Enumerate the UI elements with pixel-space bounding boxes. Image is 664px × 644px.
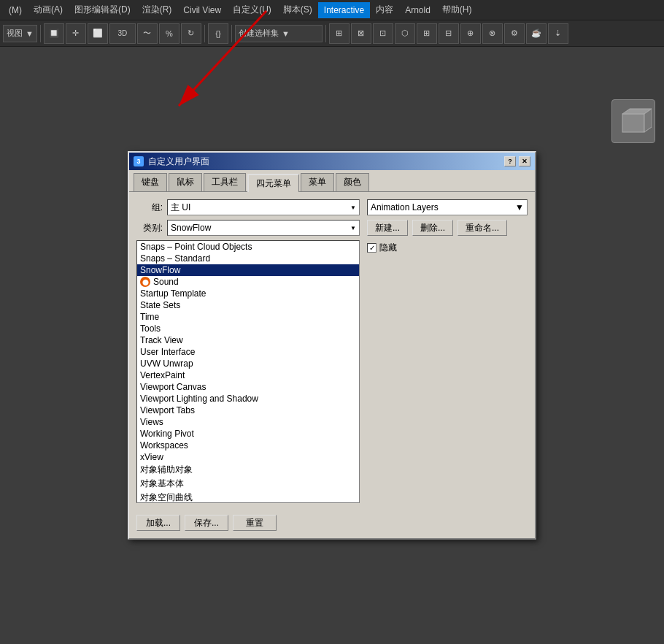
toolbar-btn-snap3[interactable]: ⊡: [373, 23, 393, 44]
list-item[interactable]: Viewport Tabs: [137, 405, 359, 416]
list-item[interactable]: ⬤Sound: [137, 276, 359, 288]
group-row: 组: 主 UI ▼: [136, 199, 360, 215]
toolbar-btn-snap5[interactable]: ⊞: [417, 23, 437, 44]
list-item[interactable]: Time: [137, 311, 359, 323]
category-listbox[interactable]: Snaps – Point Cloud ObjectsSnaps – Stand…: [136, 240, 360, 503]
save-btn[interactable]: 保存...: [185, 515, 228, 531]
toolbar-btn-snap6[interactable]: ⊟: [439, 23, 459, 44]
hidden-checkbox[interactable]: ✓: [367, 243, 377, 253]
list-item[interactable]: 对象空间曲线: [137, 491, 359, 502]
category-dropdown-arrow: ▼: [350, 225, 356, 231]
dialog-overlay: 3 自定义用户界面 ? ✕ 键盘 鼠标 工具栏 四元菜单 菜单 颜色 组:: [0, 47, 664, 644]
list-item[interactable]: Tools: [137, 323, 359, 334]
animation-layers-row: Animation Layers ▼: [367, 199, 528, 215]
list-item[interactable]: Viewport Lighting and Shadow: [137, 393, 359, 405]
new-btn[interactable]: 新建...: [367, 220, 408, 236]
create-sample-arrow: ▼: [282, 29, 290, 38]
group-dropdown[interactable]: 主 UI ▼: [167, 199, 360, 215]
toolbar-btn-2[interactable]: ✛: [66, 23, 86, 44]
view-dropdown-arrow: ▼: [26, 29, 34, 38]
tab-color[interactable]: 颜色: [336, 173, 369, 191]
list-item[interactable]: Snaps – Standard: [137, 253, 359, 264]
left-panel: 组: 主 UI ▼ 类别: SnowFlow ▼: [136, 199, 360, 503]
menubar: (M) 动画(A) 图形编辑器(D) 渲染(R) Civil View 自定义(…: [0, 0, 664, 20]
toolbar-btn-rotate[interactable]: ↻: [181, 23, 201, 44]
toolbar-btn-1[interactable]: 🔲: [44, 23, 64, 44]
tab-toolbar[interactable]: 工具栏: [204, 173, 246, 191]
category-row: 类别: SnowFlow ▼: [136, 220, 360, 236]
listbox-inner[interactable]: Snaps – Point Cloud ObjectsSnaps – Stand…: [137, 241, 359, 502]
toolbar-btn-snap1[interactable]: ⊞: [329, 23, 350, 44]
toolbar-btn-snap11[interactable]: ⇣: [548, 23, 568, 44]
toolbar-separator-1: [40, 25, 41, 42]
menu-m[interactable]: (M): [3, 2, 28, 18]
menu-civil-view[interactable]: Civil View: [177, 2, 227, 18]
list-item[interactable]: State Sets: [137, 299, 359, 311]
list-item[interactable]: xView: [137, 451, 359, 463]
toolbar-btn-snap10[interactable]: ☕: [526, 23, 547, 44]
dialog-close-btn[interactable]: ✕: [519, 156, 530, 166]
tab-mouse[interactable]: 鼠标: [169, 173, 202, 191]
toolbar-btn-snap9[interactable]: ⚙: [504, 23, 525, 44]
list-item[interactable]: Viewport Canvas: [137, 381, 359, 393]
toolbar-btn-curve[interactable]: 〜: [137, 23, 158, 44]
list-item[interactable]: Snaps – Point Cloud Objects: [137, 241, 359, 253]
list-item[interactable]: 对象辅助对象: [137, 463, 359, 477]
tab-quad-menu[interactable]: 四元菜单: [247, 174, 299, 192]
view-dropdown[interactable]: 视图 ▼: [3, 25, 37, 42]
menu-render[interactable]: 渲染(R): [136, 1, 178, 19]
delete-btn[interactable]: 删除...: [412, 220, 453, 236]
dialog-controls: ? ✕: [504, 156, 530, 166]
hidden-row: ✓ 隐藏: [367, 242, 528, 254]
list-item[interactable]: Startup Template: [137, 288, 359, 299]
animation-layers-dropdown[interactable]: Animation Layers ▼: [367, 199, 528, 215]
menu-content[interactable]: 内容: [370, 1, 399, 19]
toolbar-separator-4: [325, 25, 326, 42]
list-item[interactable]: VertexPaint: [137, 369, 359, 381]
toolbar-btn-brace[interactable]: {}: [208, 23, 228, 44]
menu-arnold[interactable]: Arnold: [399, 2, 436, 18]
list-item[interactable]: SnowFlow: [137, 264, 359, 276]
reset-btn[interactable]: 重置: [233, 515, 277, 531]
tab-menu[interactable]: 菜单: [301, 173, 334, 191]
list-item[interactable]: Working Pivot: [137, 428, 359, 440]
dialog-title-text: 自定义用户界面: [148, 156, 209, 168]
dialog-help-btn[interactable]: ?: [504, 156, 516, 166]
toolbar-btn-snap4[interactable]: ⬡: [395, 23, 415, 44]
category-dropdown[interactable]: SnowFlow ▼: [167, 220, 360, 236]
group-label: 组:: [136, 202, 163, 214]
tab-keyboard[interactable]: 键盘: [134, 173, 167, 191]
toolbar-btn-percent[interactable]: %: [159, 23, 179, 44]
list-item[interactable]: UVW Unwrap: [137, 358, 359, 369]
create-sample-set-dropdown[interactable]: 创建选样集 ▼: [235, 25, 323, 42]
menu-customize[interactable]: 自定义(U): [227, 1, 277, 19]
menu-animation[interactable]: 动画(A): [28, 1, 69, 19]
animation-layers-value: Animation Layers: [371, 202, 439, 212]
menu-script[interactable]: 脚本(S): [277, 1, 318, 19]
group-value: 主 UI: [171, 202, 190, 214]
list-item[interactable]: User Interface: [137, 346, 359, 358]
toolbar-btn-snap8[interactable]: ⊗: [482, 23, 503, 44]
dialog-app-icon: 3: [134, 156, 144, 166]
list-item[interactable]: Workspaces: [137, 440, 359, 451]
category-label: 类别:: [136, 222, 163, 234]
toolbar-btn-3d[interactable]: 3D: [109, 23, 136, 44]
list-item[interactable]: Views: [137, 416, 359, 428]
load-btn[interactable]: 加载...: [136, 515, 180, 531]
dialog-bottom-buttons: 加载... 保存... 重置: [129, 510, 535, 538]
toolbar-btn-3[interactable]: ⬜: [88, 23, 108, 44]
menu-interactive[interactable]: Interactive: [318, 2, 370, 18]
menu-help[interactable]: 帮助(H): [436, 1, 478, 19]
category-value: SnowFlow: [171, 223, 211, 233]
group-dropdown-arrow: ▼: [350, 204, 356, 211]
list-item[interactable]: 对象基本体: [137, 477, 359, 491]
menu-graph-editor[interactable]: 图形编辑器(D): [69, 1, 136, 19]
right-panel: Animation Layers ▼ 新建... 删除... 重命名... ✓ …: [367, 199, 528, 503]
toolbar-btn-snap2[interactable]: ⊠: [351, 23, 371, 44]
dialog-title-left: 3 自定义用户界面: [134, 156, 209, 168]
list-item[interactable]: Track View: [137, 334, 359, 346]
toolbar: 视图 ▼ 🔲 ✛ ⬜ 3D 〜 % ↻ {} 创建选样集 ▼ ⊞ ⊠ ⊡ ⬡ ⊞…: [0, 20, 664, 47]
toolbar-separator-2: [204, 25, 205, 42]
rename-btn[interactable]: 重命名...: [458, 220, 507, 236]
toolbar-btn-snap7[interactable]: ⊕: [460, 23, 481, 44]
